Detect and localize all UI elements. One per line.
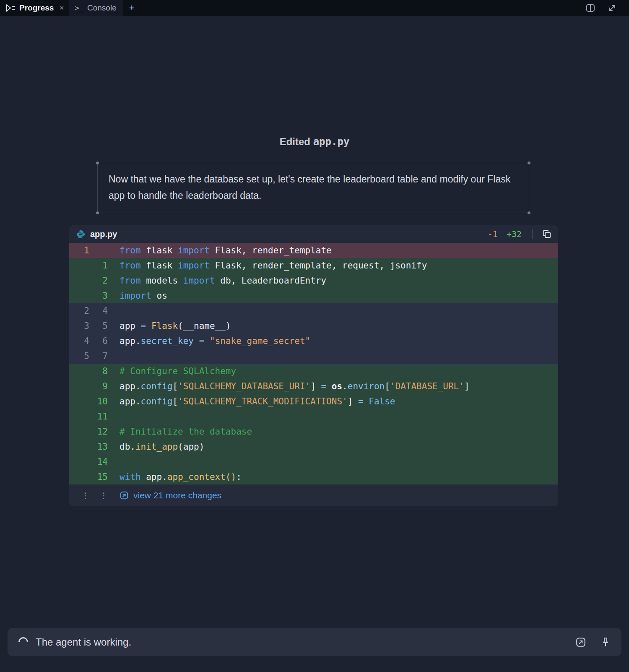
- new-line-number: 11: [89, 409, 108, 424]
- new-line-number: 13: [89, 439, 108, 454]
- external-link-icon[interactable]: [575, 637, 586, 648]
- new-line-number: 4: [89, 303, 108, 318]
- code-text: app.config['SQLALCHEMY_TRACK_MODIFICATIO…: [108, 394, 558, 409]
- diff-filename: app.py: [90, 229, 117, 239]
- code-line: 24: [69, 303, 558, 318]
- code-text: with app.app_context():: [108, 469, 558, 484]
- page-title: Edited app.py: [0, 136, 629, 148]
- split-view-icon[interactable]: [585, 3, 595, 13]
- code-text: from flask import Flask, render_template…: [108, 258, 558, 273]
- old-line-number: [69, 424, 89, 439]
- tab-console-label: Console: [87, 3, 117, 13]
- python-icon: [76, 229, 86, 239]
- code-line: 1from flask import Flask, render_templat…: [69, 258, 558, 273]
- old-line-number: 5: [69, 349, 89, 364]
- old-line-number: [69, 469, 89, 484]
- diff-card-footer: ⋮ ⋮ view 21 more changes: [69, 484, 558, 506]
- new-line-number: 7: [89, 349, 108, 364]
- new-line-number: 6: [89, 333, 108, 349]
- old-line-number: 3: [69, 318, 89, 333]
- code-line: 35app = Flask(__name__): [69, 318, 558, 333]
- old-line-number: 1: [69, 243, 89, 258]
- code-text: app = Flask(__name__): [108, 318, 558, 333]
- added-count: +32: [507, 229, 522, 239]
- code-text: [108, 303, 558, 318]
- tab-progress-label: Progress: [19, 3, 54, 13]
- old-line-number: [69, 409, 89, 424]
- new-line-number: 9: [89, 379, 108, 394]
- old-line-number: [69, 288, 89, 303]
- new-line-number: 3: [89, 288, 108, 303]
- diff-card: app.py -1 +32 1from flask import Flask, …: [69, 225, 558, 506]
- spinner-icon: [16, 635, 30, 649]
- view-more-changes-link[interactable]: view 21 more changes: [120, 490, 221, 500]
- pin-icon[interactable]: [600, 637, 611, 648]
- code-text: [108, 349, 558, 364]
- tab-console[interactable]: >_ Console: [69, 0, 122, 16]
- code-text: from models import db, LeaderboardEntry: [108, 273, 558, 288]
- old-line-number: [69, 394, 89, 409]
- code-text: [108, 454, 558, 469]
- removed-count: -1: [488, 229, 498, 239]
- old-line-number: [69, 439, 89, 454]
- code-line: 1from flask import Flask, render_templat…: [69, 243, 558, 258]
- old-line-number: [69, 258, 89, 273]
- copy-icon[interactable]: [542, 229, 551, 239]
- new-tab-button[interactable]: +: [122, 0, 141, 16]
- new-line-number: 10: [89, 394, 108, 409]
- close-icon[interactable]: ×: [59, 3, 64, 13]
- old-line-number: [69, 379, 89, 394]
- new-line-number: 1: [89, 258, 108, 273]
- code-text: from flask import Flask, render_template: [108, 243, 558, 258]
- code-line: 3import os: [69, 288, 558, 303]
- expand-icon[interactable]: [607, 3, 617, 13]
- agent-message-text: Now that we have the database set up, le…: [109, 174, 510, 201]
- header-divider: [532, 229, 533, 239]
- code-text: import os: [108, 288, 558, 303]
- terminal-icon: >_: [75, 4, 83, 12]
- external-link-icon: [120, 491, 129, 500]
- tab-bar: Progress × >_ Console +: [0, 0, 629, 16]
- code-text: # Configure SQLAlchemy: [108, 364, 558, 379]
- old-line-number: [69, 273, 89, 288]
- code-text: [108, 409, 558, 424]
- new-line-number: 14: [89, 454, 108, 469]
- quote-corner-dot: [528, 211, 530, 214]
- code-text: app.secret_key = "snake_game_secret": [108, 333, 558, 349]
- old-line-number: [69, 454, 89, 469]
- old-line-number: 4: [69, 333, 89, 349]
- new-gutter-ellipsis: ⋮: [89, 491, 108, 500]
- tab-progress[interactable]: Progress ×: [0, 0, 69, 16]
- code-line: 15with app.app_context():: [69, 469, 558, 484]
- old-line-number: [69, 364, 89, 379]
- new-line-number: [89, 243, 108, 258]
- page-title-filename: app.py: [313, 136, 350, 148]
- progress-icon: [5, 3, 16, 13]
- diff-card-header: app.py -1 +32: [69, 225, 558, 243]
- code-line: 14: [69, 454, 558, 469]
- agent-status-bar: The agent is working.: [8, 628, 621, 656]
- new-line-number: 12: [89, 424, 108, 439]
- quote-corner-dot: [528, 161, 530, 164]
- new-line-number: 2: [89, 273, 108, 288]
- code-text: # Initialize the database: [108, 424, 558, 439]
- code-line: 9app.config['SQLALCHEMY_DATABASE_URI'] =…: [69, 379, 558, 394]
- quote-corner-dot: [96, 161, 99, 164]
- code-line: 8# Configure SQLAlchemy: [69, 364, 558, 379]
- old-line-number: 2: [69, 303, 89, 318]
- code-text: db.init_app(app): [108, 439, 558, 454]
- code-lines: 1from flask import Flask, render_templat…: [69, 243, 558, 484]
- agent-status-text: The agent is working.: [36, 636, 131, 648]
- code-line: 11: [69, 409, 558, 424]
- new-line-number: 8: [89, 364, 108, 379]
- agent-message-quote: Now that we have the database set up, le…: [97, 163, 529, 213]
- new-line-number: 5: [89, 318, 108, 333]
- code-text: app.config['SQLALCHEMY_DATABASE_URI'] = …: [108, 379, 558, 394]
- code-line: 10app.config['SQLALCHEMY_TRACK_MODIFICAT…: [69, 394, 558, 409]
- new-line-number: 15: [89, 469, 108, 484]
- old-gutter-ellipsis: ⋮: [69, 491, 89, 500]
- code-line: 46app.secret_key = "snake_game_secret": [69, 333, 558, 349]
- code-line: 12# Initialize the database: [69, 424, 558, 439]
- quote-corner-dot: [96, 211, 99, 214]
- code-line: 57: [69, 349, 558, 364]
